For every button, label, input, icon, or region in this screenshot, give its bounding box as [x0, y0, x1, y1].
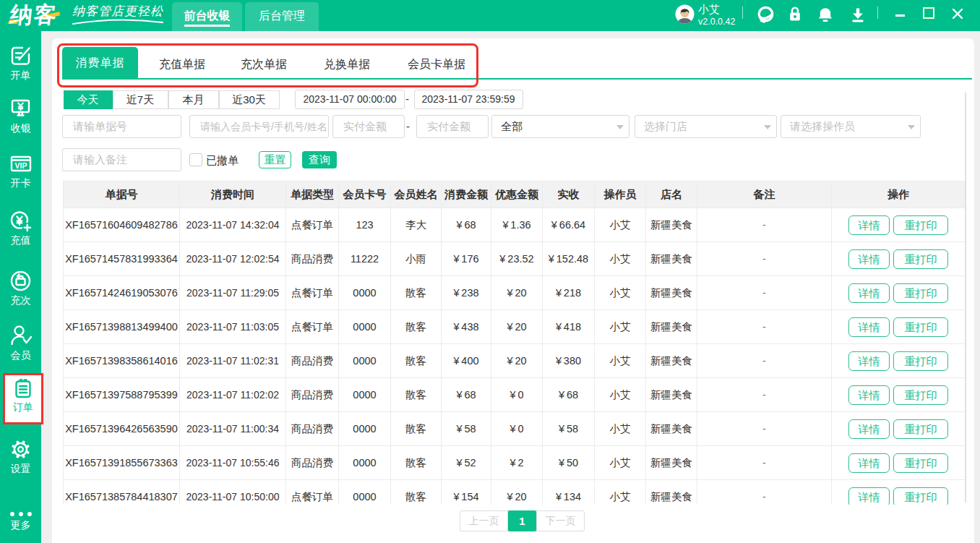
svg-text:VIP: VIP	[14, 161, 27, 170]
